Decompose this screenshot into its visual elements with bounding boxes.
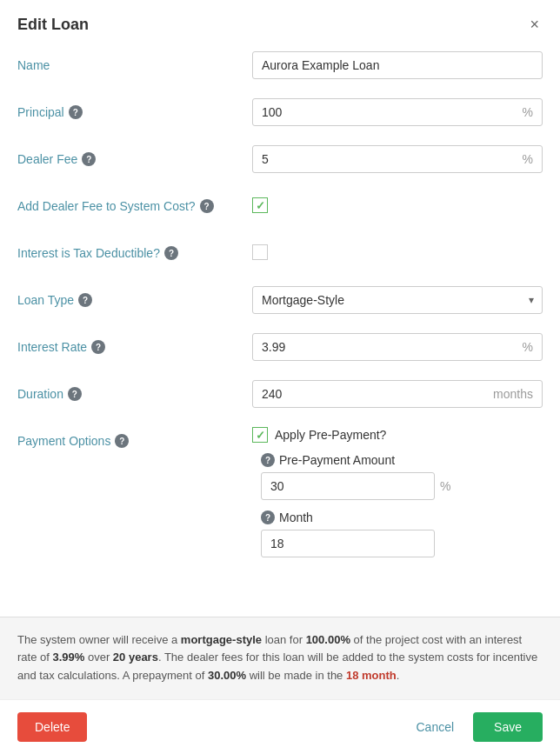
apply-prepayment-row: Apply Pre-Payment?	[252, 427, 543, 443]
dealer-fee-input-group: %	[252, 145, 543, 173]
actions-right: Cancel Save	[407, 712, 543, 742]
summary-principal: 100.00%	[306, 633, 350, 646]
delete-button[interactable]: Delete	[17, 712, 87, 742]
apply-prepayment-checkbox[interactable]	[252, 427, 268, 443]
apply-prepayment-label: Apply Pre-Payment?	[275, 428, 386, 442]
add-dealer-fee-checkbox-wrap	[252, 192, 543, 213]
close-button[interactable]: ×	[526, 16, 543, 34]
name-label: Name	[17, 51, 252, 72]
modal-title: Edit Loan	[17, 16, 89, 34]
interest-rate-label: Interest Rate ?	[17, 333, 252, 354]
summary-rate: 3.99%	[52, 651, 84, 664]
duration-help-icon[interactable]: ?	[68, 387, 82, 401]
modal-actions: Delete Cancel Save	[0, 699, 560, 754]
cancel-button[interactable]: Cancel	[407, 712, 463, 742]
loan-type-select-wrap: Mortgage-Style Interest Only Simple Inte…	[252, 286, 543, 314]
prepayment-amount-suffix: %	[431, 473, 459, 499]
prepayment-amount-input[interactable]	[262, 473, 431, 499]
edit-loan-modal: Edit Loan × Name Principal ? %	[0, 0, 560, 754]
name-row: Name	[17, 51, 543, 84]
interest-rate-help-icon[interactable]: ?	[91, 340, 105, 354]
prepayment-amount-field: ? Pre-Payment Amount %	[261, 453, 543, 500]
principal-row: Principal ? %	[17, 98, 543, 131]
payment-options-row: Payment Options ? Apply Pre-Payment? ? P…	[17, 427, 543, 568]
duration-input-group: months	[252, 380, 543, 408]
payment-options-content: Apply Pre-Payment? ? Pre-Payment Amount …	[252, 427, 543, 568]
loan-type-select[interactable]: Mortgage-Style Interest Only Simple Inte…	[252, 286, 543, 314]
modal-header: Edit Loan ×	[0, 0, 560, 43]
principal-suffix: %	[514, 99, 542, 125]
duration-row: Duration ? months	[17, 380, 543, 413]
tax-deductible-row: Interest is Tax Deductible? ?	[17, 239, 543, 272]
prepayment-amount-help-icon[interactable]: ?	[261, 453, 275, 467]
month-label: ? Month	[261, 510, 543, 524]
summary-month: 18 month	[346, 669, 397, 682]
principal-field-wrap: %	[252, 98, 543, 126]
loan-type-row: Loan Type ? Mortgage-Style Interest Only…	[17, 286, 543, 319]
dealer-fee-label: Dealer Fee ?	[17, 145, 252, 166]
duration-suffix: months	[484, 381, 542, 407]
month-input[interactable]	[261, 530, 435, 557]
prepayment-amount-label: ? Pre-Payment Amount	[261, 453, 543, 467]
duration-field-wrap: months	[252, 380, 543, 408]
interest-rate-field-wrap: %	[252, 333, 543, 361]
month-help-icon[interactable]: ?	[261, 510, 275, 524]
dealer-fee-help-icon[interactable]: ?	[82, 152, 96, 166]
modal-body: Name Principal ? % Dealer Fee ?	[0, 43, 560, 617]
principal-help-icon[interactable]: ?	[69, 105, 83, 119]
add-dealer-fee-help-icon[interactable]: ?	[200, 199, 214, 213]
save-button[interactable]: Save	[473, 712, 543, 742]
tax-deductible-label: Interest is Tax Deductible? ?	[17, 239, 252, 260]
add-dealer-fee-label: Add Dealer Fee to System Cost? ?	[17, 192, 252, 213]
summary-years: 20 years	[113, 651, 158, 664]
tax-deductible-field-wrap	[252, 239, 543, 260]
payment-options-label: Payment Options ?	[17, 427, 252, 448]
summary-text: The system owner will receive a mortgage…	[17, 633, 537, 683]
principal-input[interactable]	[253, 99, 514, 125]
summary-loan-type: mortgage-style	[181, 633, 262, 646]
prepayment-subsection: ? Pre-Payment Amount % ? Month	[261, 453, 543, 557]
add-dealer-fee-row: Add Dealer Fee to System Cost? ?	[17, 192, 543, 225]
month-field: ? Month	[261, 510, 543, 557]
name-input[interactable]	[252, 51, 543, 79]
dealer-fee-row: Dealer Fee ? %	[17, 145, 543, 178]
payment-options-help-icon[interactable]: ?	[115, 434, 129, 448]
interest-rate-row: Interest Rate ? %	[17, 333, 543, 366]
loan-type-help-icon[interactable]: ?	[78, 293, 92, 307]
dealer-fee-input[interactable]	[253, 146, 514, 172]
loan-type-field-wrap: Mortgage-Style Interest Only Simple Inte…	[252, 286, 543, 314]
principal-label: Principal ?	[17, 98, 252, 119]
interest-rate-input-group: %	[252, 333, 543, 361]
duration-label: Duration ?	[17, 380, 252, 401]
add-dealer-fee-checkbox[interactable]	[252, 197, 268, 213]
name-field-wrap	[252, 51, 543, 79]
prepayment-amount-input-group: %	[261, 472, 435, 500]
summary-prepay: 30.00%	[208, 669, 246, 682]
loan-type-label: Loan Type ?	[17, 286, 252, 307]
duration-input[interactable]	[253, 381, 484, 407]
tax-deductible-help-icon[interactable]: ?	[164, 246, 178, 260]
dealer-fee-suffix: %	[514, 146, 542, 172]
interest-rate-suffix: %	[514, 334, 542, 360]
summary-section: The system owner will receive a mortgage…	[0, 617, 560, 699]
dealer-fee-field-wrap: %	[252, 145, 543, 173]
tax-deductible-checkbox[interactable]	[252, 244, 268, 260]
principal-input-group: %	[252, 98, 543, 126]
add-dealer-fee-field-wrap	[252, 192, 543, 213]
interest-rate-input[interactable]	[253, 334, 514, 360]
tax-deductible-checkbox-wrap	[252, 239, 543, 260]
